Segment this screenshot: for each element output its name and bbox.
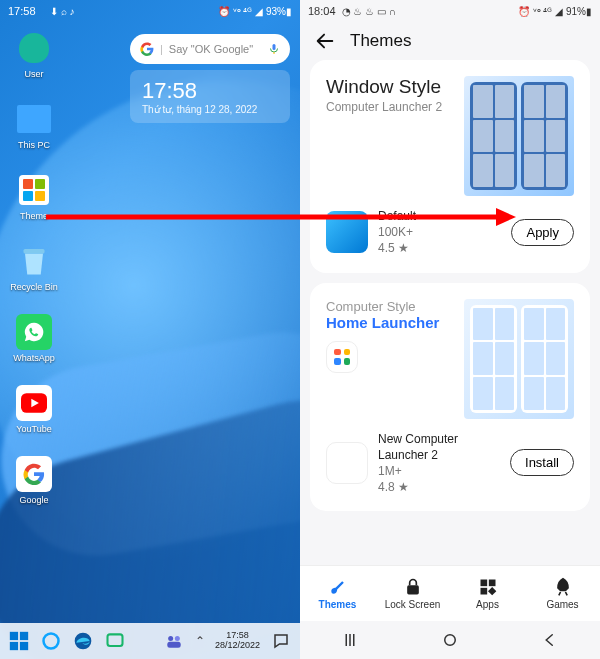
card-subtitle: Computer Launcher 2 [326, 100, 442, 114]
svg-point-12 [175, 636, 180, 641]
desktop-icon-google[interactable]: Google [8, 456, 60, 505]
svg-rect-20 [353, 634, 355, 646]
install-button[interactable]: Install [510, 449, 574, 476]
rating: 4.8 ★ [378, 479, 500, 495]
theme-card-window-style[interactable]: Window Style Computer Launcher 2 Default… [310, 60, 590, 273]
svg-rect-0 [24, 249, 45, 254]
google-search[interactable]: | Say "OK Google" [130, 34, 290, 64]
download-count: 100K+ [378, 224, 501, 240]
svg-rect-17 [480, 588, 487, 595]
theme-preview-image [464, 299, 574, 419]
taskbar: ⌃ 17:58 28/12/2022 [0, 623, 300, 659]
status-bar: 18:04 ◔ ♨ ♨ ▭ ∩ ⏰ ᵛᵒ ⁴ᴳ ◢ 91%▮ [300, 0, 600, 22]
desktop-icon-user[interactable]: User [8, 30, 60, 79]
widget-time: 17:58 [142, 78, 278, 104]
svg-rect-13 [167, 642, 180, 648]
widgets: | Say "OK Google" 17:58 Thứ tư, tháng 12… [130, 34, 290, 123]
desktop-icon-youtube[interactable]: YouTube [8, 385, 60, 434]
svg-rect-7 [20, 642, 28, 650]
taskbar-clock[interactable]: 17:58 28/12/2022 [211, 631, 264, 651]
status-time: 17:58 [8, 5, 36, 17]
taskbar-chat[interactable] [100, 626, 130, 656]
launcher-tiles-icon [326, 341, 358, 373]
svg-point-21 [445, 635, 456, 646]
clock-widget[interactable]: 17:58 Thứ tư, tháng 12 28, 2022 [130, 70, 290, 123]
phone-right-themes: 18:04 ◔ ♨ ♨ ▭ ∩ ⏰ ᵛᵒ ⁴ᴳ ◢ 91%▮ Themes Wi… [300, 0, 600, 659]
label: YouTube [16, 424, 51, 434]
theme-preview-image [464, 76, 574, 196]
phone-left-launcher: 17:58 ⬇ ⌕ ♪ ⏰ ᵛᵒ ⁴ᴳ ◢ 93%▮ User This PC … [0, 0, 300, 659]
lock-icon [403, 577, 423, 597]
status-right-cluster: ⏰ ᵛᵒ ⁴ᴳ ◢ 91%▮ [518, 6, 592, 17]
desktop-icon-this-pc[interactable]: This PC [8, 101, 60, 150]
user-icon [19, 33, 49, 63]
svg-rect-5 [20, 632, 28, 640]
youtube-icon [16, 385, 52, 421]
back-icon[interactable] [314, 30, 336, 52]
app-bar: Themes [300, 22, 600, 60]
whatsapp-icon [16, 314, 52, 350]
download-count: 1M+ [378, 463, 500, 479]
desktop-icon-theme[interactable]: Theme [8, 172, 60, 221]
svg-rect-15 [480, 580, 487, 587]
svg-rect-10 [108, 634, 123, 646]
label: Google [19, 495, 48, 505]
svg-rect-6 [10, 642, 18, 650]
taskbar-notifications[interactable] [266, 626, 296, 656]
status-left-icons: ◔ ♨ ♨ ▭ ∩ [342, 6, 396, 17]
taskbar-teams[interactable] [159, 626, 189, 656]
card-title: Home Launcher [326, 314, 439, 331]
card-overline: Computer Style [326, 299, 416, 314]
label: Recycle Bin [10, 282, 58, 292]
apps-icon [478, 577, 498, 597]
svg-rect-19 [349, 634, 351, 646]
mic-icon[interactable] [268, 42, 280, 56]
brush-icon [328, 577, 348, 597]
nav-home[interactable] [430, 630, 470, 650]
nav-lock-screen[interactable]: Lock Screen [375, 566, 450, 621]
launcher-tiles-icon [326, 442, 368, 484]
status-left-icons: ⬇ ⌕ ♪ [50, 6, 75, 17]
monitor-icon [17, 105, 51, 133]
theme-name: Default [378, 208, 501, 224]
label: WhatsApp [13, 353, 55, 363]
theme-name: New Computer Launcher 2 [378, 431, 500, 463]
card-title: Window Style [326, 76, 442, 98]
nav-back[interactable] [530, 630, 570, 650]
trash-icon [16, 243, 52, 279]
nav-themes[interactable]: Themes [300, 566, 375, 621]
status-bar: 17:58 ⬇ ⌕ ♪ ⏰ ᵛᵒ ⁴ᴳ ◢ 93%▮ [0, 0, 300, 22]
apply-button[interactable]: Apply [511, 219, 574, 246]
desktop-icon-whatsapp[interactable]: WhatsApp [8, 314, 60, 363]
android-nav-bar [300, 621, 600, 659]
rocket-icon [553, 577, 573, 597]
label: User [24, 69, 43, 79]
svg-point-8 [44, 634, 59, 649]
windows-icon [326, 211, 368, 253]
desktop-icons: User This PC Theme Recycle Bin WhatsApp … [8, 30, 60, 505]
widget-date: Thứ tư, tháng 12 28, 2022 [142, 104, 278, 115]
nav-apps[interactable]: Apps [450, 566, 525, 621]
label: Theme [20, 211, 48, 221]
theme-icon [19, 175, 49, 205]
status-time: 18:04 [308, 5, 336, 17]
theme-card-home-launcher[interactable]: Computer Style Home Launcher New Compute… [310, 283, 590, 512]
svg-rect-2 [273, 44, 276, 50]
google-g-icon [140, 42, 154, 56]
nav-games[interactable]: Games [525, 566, 600, 621]
taskbar-cortana[interactable] [36, 626, 66, 656]
taskbar-tray-chevron[interactable]: ⌃ [191, 634, 209, 648]
rating: 4.5 ★ [378, 240, 501, 256]
desktop-icon-recycle-bin[interactable]: Recycle Bin [8, 243, 60, 292]
page-title: Themes [350, 31, 411, 51]
search-placeholder: Say "OK Google" [169, 43, 253, 55]
svg-point-11 [168, 636, 173, 641]
svg-rect-18 [346, 634, 348, 646]
svg-rect-14 [407, 585, 419, 594]
nav-recent[interactable] [330, 630, 370, 650]
svg-rect-16 [488, 580, 495, 587]
taskbar-edge[interactable] [68, 626, 98, 656]
google-icon [16, 456, 52, 492]
start-button[interactable] [4, 626, 34, 656]
svg-rect-4 [10, 632, 18, 640]
